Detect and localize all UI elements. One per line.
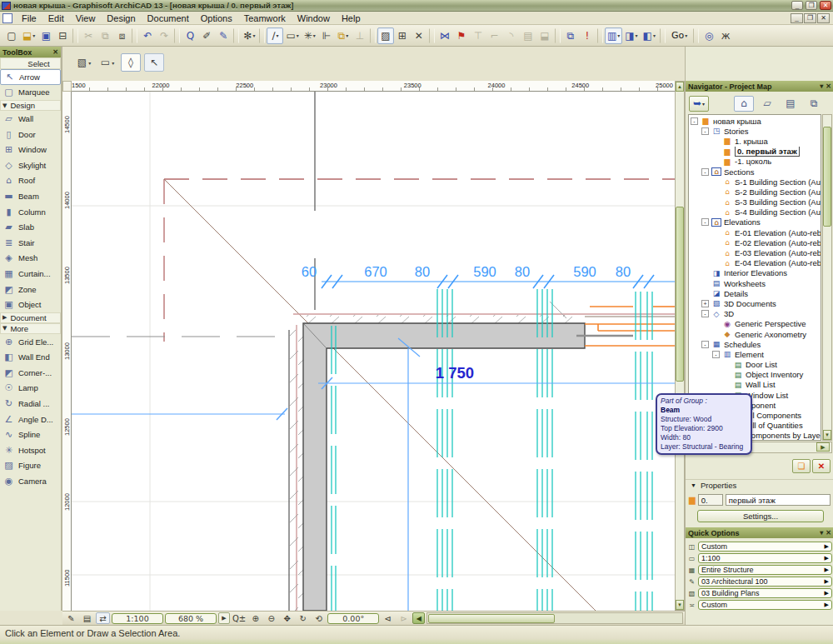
paste-button[interactable]: ⧈ ▾ xyxy=(113,27,130,44)
toolbox-section-more[interactable]: ▼ More xyxy=(0,323,61,334)
redo-button[interactable]: ↷ ▾ xyxy=(156,27,172,44)
total-dimension-line[interactable]: 1 750 xyxy=(318,364,675,389)
onion-skin-button[interactable]: ▨ ▾ xyxy=(377,27,394,44)
quick-option-selector[interactable]: 03 Architectural 100 ▶ xyxy=(698,577,832,587)
marquee-options-button[interactable]: ▭ ▾ xyxy=(283,27,301,44)
publisher-button[interactable]: ⧉ ▾ xyxy=(804,96,824,112)
tool-beam[interactable]: ▬ Beam xyxy=(0,188,61,204)
menu-item[interactable]: Teamwork xyxy=(238,12,292,24)
toolbar-button[interactable]: ▾ xyxy=(174,28,180,43)
selection-options-button[interactable]: ▧ ▾ xyxy=(74,53,94,72)
new-button[interactable]: ▢ ▾ xyxy=(3,27,20,44)
project-map-button[interactable]: ⌂ ▾ xyxy=(734,96,754,112)
drawing-canvas[interactable]: 1 750 60 670 80 590 80 xyxy=(72,92,675,611)
expand-icon[interactable]: - xyxy=(701,127,709,135)
pickup-parameters-button[interactable]: ✐ ▾ xyxy=(198,27,215,44)
tool-hotspot[interactable]: ✳ Hotspot xyxy=(0,442,61,458)
tool-skylight[interactable]: ◇ Skylight xyxy=(0,157,61,173)
tree-elevation[interactable]: ⌂ E-01 Elevation (Auto-reb xyxy=(689,227,821,237)
tree-story[interactable]: ▆ 1. крыша xyxy=(689,136,821,146)
properties-header[interactable]: ▼ Properties xyxy=(686,479,833,491)
tree-details[interactable]: ◪ Details xyxy=(689,288,821,298)
scroll-down-icon[interactable]: ▼ xyxy=(676,600,684,610)
menu-item[interactable]: Help xyxy=(336,12,367,24)
copy-button[interactable]: ⧉ ▾ xyxy=(97,27,113,44)
suspend-groups-button[interactable]: ∕ ▾ xyxy=(267,27,283,44)
toolbar-button[interactable]: ▾ xyxy=(259,28,265,43)
document-icon[interactable] xyxy=(2,13,12,23)
tool-camera[interactable]: ◉ Camera xyxy=(0,473,61,489)
tool-mesh[interactable]: ◈ Mesh xyxy=(0,251,61,267)
toolbar-button[interactable]: ▾ xyxy=(660,28,666,43)
toolbar-button[interactable]: ▾ xyxy=(429,28,435,43)
toolbar-button[interactable]: ▾ xyxy=(693,28,699,43)
rotate-view-button[interactable]: ⟲ xyxy=(312,612,326,624)
grid-display-button[interactable]: ⊞ ▾ xyxy=(394,27,411,44)
tree-elevation[interactable]: ⌂ E-04 Elevation (Auto-reb xyxy=(689,258,821,268)
angle-field[interactable]: 0.00° xyxy=(327,613,379,624)
menu-item[interactable]: Options xyxy=(195,12,238,24)
expand-icon[interactable]: + xyxy=(701,300,709,307)
tree-vscrollbar[interactable]: ▼ xyxy=(822,114,832,441)
snap-options-button[interactable]: ✳ ▾ xyxy=(302,27,318,44)
roof-edge-pink[interactable] xyxy=(293,314,675,611)
fillet-button[interactable]: ◝ ▾ xyxy=(503,27,520,44)
menu-item[interactable]: View xyxy=(70,12,102,24)
tree-story-selected[interactable]: ▆ 0. первый этаж xyxy=(689,147,821,157)
tree-section[interactable]: ⌂ S-3 Building Section (Auto xyxy=(689,197,821,207)
scale-field[interactable]: 1:100 xyxy=(112,613,163,624)
story-name-field[interactable]: первый этаж xyxy=(726,494,831,506)
tool-window[interactable]: ⊞ Window xyxy=(0,142,61,157)
tree-generic-axonometry[interactable]: ◆ Generic Axonometry xyxy=(689,329,821,339)
tool-door[interactable]: ▯ Door xyxy=(0,127,61,142)
menu-item[interactable]: File xyxy=(16,12,42,24)
tool-arrow[interactable]: ↖ Arrow xyxy=(0,69,61,85)
zoom-menu-button[interactable]: ▶ xyxy=(218,612,230,624)
tool-figure[interactable]: ▨ Figure xyxy=(0,458,61,474)
project-chooser-button[interactable]: ➥ ▾ xyxy=(689,96,709,112)
new-viewpoint-button[interactable]: ❏ xyxy=(792,459,811,473)
find-select-button[interactable]: Q ▾ xyxy=(182,27,198,44)
tree-generic-perspective[interactable]: ◉ Generic Perspective xyxy=(689,319,821,329)
previous-zoom-button[interactable]: ⊲ xyxy=(381,612,395,624)
expand-icon[interactable]: - xyxy=(701,341,709,348)
mdi-close-button[interactable]: ✕ xyxy=(817,13,830,23)
zoom-level-field[interactable]: 680 % xyxy=(165,613,217,624)
roof-diagonal-line[interactable] xyxy=(164,179,596,611)
quick-options-close-icon[interactable]: ✕ xyxy=(826,529,831,537)
tool-angle-dimension[interactable]: ∠ Angle D... xyxy=(0,412,61,427)
toolbar-button[interactable]: ▾ xyxy=(370,28,376,43)
tool-zone[interactable]: ◩ Zone xyxy=(0,282,61,297)
offset-button[interactable]: ▤ ▾ xyxy=(520,27,536,44)
tree-elevation[interactable]: ⌂ E-02 Elevation (Auto-reb xyxy=(689,237,821,247)
mdi-minimize-button[interactable]: _ xyxy=(791,13,803,23)
settings-button[interactable]: Settings... xyxy=(697,510,824,522)
menu-item[interactable]: Edit xyxy=(42,12,70,24)
tree-stories[interactable]: - ◳ Stories xyxy=(689,126,821,136)
toolbox-section-document[interactable]: ▶ Document xyxy=(0,312,61,323)
toolbox-close-icon[interactable]: ✕ xyxy=(52,48,58,56)
tree-section[interactable]: ⌂ S-4 Building Section (Auto xyxy=(689,207,821,217)
tree-wall-list[interactable]: ▤ Wall List xyxy=(689,380,821,390)
expand-icon[interactable]: - xyxy=(701,218,709,226)
quick-option-selector[interactable]: Entire Structure ▶ xyxy=(698,565,832,575)
tree-elevation[interactable]: ⌂ E-03 Elevation (Auto-reb xyxy=(689,247,821,257)
layers-button[interactable]: ⧉ ▾ xyxy=(335,27,352,44)
restore-button[interactable]: ❐ xyxy=(806,1,817,10)
teamwork-button[interactable]: ◎ ▾ xyxy=(701,27,717,44)
navigation-mode-button[interactable]: ⇄ xyxy=(96,612,110,624)
section-view-button[interactable]: ◨ ▾ xyxy=(622,27,640,44)
marquee-method-button[interactable]: ▭ ▾ xyxy=(97,53,117,72)
tree-schedules[interactable]: - ▦ Schedules xyxy=(689,339,821,349)
tool-wall[interactable]: ▱ Wall xyxy=(0,111,61,127)
dimension-chain[interactable]: 60 670 80 590 80 590 80 xyxy=(302,264,675,288)
open-button[interactable]: ⬓ ▾ xyxy=(20,27,37,44)
scroll-up-icon[interactable]: ▲ xyxy=(676,82,684,92)
zoom-out-button[interactable]: ⊖ xyxy=(264,612,278,624)
expand-icon[interactable]: - xyxy=(701,168,709,176)
cut-button[interactable]: ✂ ▾ xyxy=(80,27,97,44)
tool-grid-element[interactable]: ⊕ Grid Ele... xyxy=(0,334,61,350)
tool-spline[interactable]: ∿ Spline xyxy=(0,427,61,442)
tool-lamp[interactable]: ☉ Lamp xyxy=(0,381,61,397)
layout-book-button[interactable]: ▤ ▾ xyxy=(781,96,801,112)
